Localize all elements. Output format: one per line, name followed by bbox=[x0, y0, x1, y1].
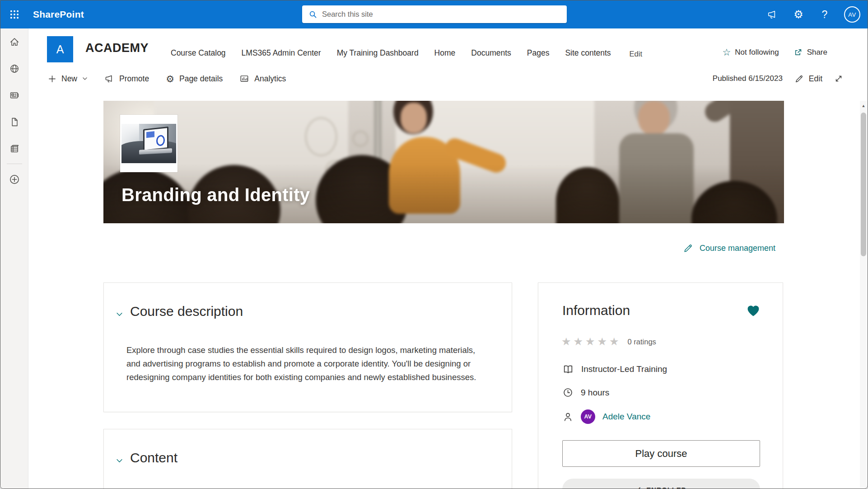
sidebar-item-home[interactable] bbox=[0, 28, 28, 55]
enrolled-button[interactable]: ✓ ENROLLED bbox=[562, 479, 760, 489]
favorite-button[interactable] bbox=[746, 303, 761, 318]
page-command-bar: New Promote ⚙ Page details bbox=[28, 65, 860, 93]
help-button[interactable]: ? bbox=[818, 8, 831, 21]
check-icon: ✓ bbox=[636, 485, 642, 489]
expand-icon bbox=[834, 74, 843, 83]
nav-item-lms365-admin-center[interactable]: LMS365 Admin Center bbox=[242, 48, 321, 58]
nav-item-pages[interactable]: Pages bbox=[527, 48, 550, 58]
suite-bar: SharePoint ⚙ ? bbox=[0, 0, 868, 28]
training-type-row: Instructor-Led Training bbox=[562, 363, 667, 375]
plus-icon bbox=[48, 75, 56, 83]
new-button[interactable]: New bbox=[48, 74, 88, 84]
clock-icon bbox=[562, 387, 574, 398]
course-thumbnail-photo bbox=[121, 124, 176, 163]
scroll-up-button[interactable]: ▲ bbox=[860, 101, 867, 111]
chevron-down-icon bbox=[82, 76, 88, 81]
share-icon bbox=[793, 47, 803, 57]
course-thumbnail bbox=[120, 115, 177, 172]
scrollbar-thumb[interactable] bbox=[861, 113, 866, 256]
follow-button[interactable]: ☆ Not following bbox=[722, 47, 779, 57]
duration-row: 9 hours bbox=[562, 387, 609, 398]
news-icon bbox=[9, 90, 20, 101]
sidebar-item-sites[interactable] bbox=[0, 55, 28, 82]
course-page-title: Branding and Identity bbox=[121, 185, 310, 205]
document-icon bbox=[9, 117, 20, 127]
rail-divider bbox=[7, 164, 22, 164]
app-launcher-button[interactable] bbox=[0, 0, 28, 28]
announcements-button[interactable] bbox=[765, 8, 779, 21]
content-card: Content bbox=[103, 429, 512, 489]
rating-stars-icon: ★★★★★ bbox=[561, 336, 621, 347]
instructor-row: AV Adele Vance bbox=[562, 409, 650, 424]
star-icon: ☆ bbox=[722, 47, 731, 57]
app-window: SharePoint ⚙ ? bbox=[0, 0, 868, 489]
play-course-button[interactable]: Play course bbox=[562, 440, 760, 467]
site-search bbox=[302, 5, 567, 23]
content-title: Content bbox=[130, 450, 177, 465]
lists-icon bbox=[9, 143, 20, 154]
suite-actions: ⚙ ? AV bbox=[765, 0, 860, 28]
page-details-button[interactable]: ⚙ Page details bbox=[166, 74, 223, 84]
add-circle-icon bbox=[9, 174, 20, 185]
new-label: New bbox=[61, 74, 77, 84]
nav-item-documents[interactable]: Documents bbox=[471, 48, 511, 58]
course-management-link[interactable]: Course management bbox=[683, 243, 775, 254]
sidebar-item-pages[interactable] bbox=[0, 108, 28, 135]
account-avatar[interactable]: AV bbox=[844, 6, 860, 23]
sidebar-item-create[interactable] bbox=[0, 166, 28, 193]
page-details-gear-icon: ⚙ bbox=[166, 74, 174, 84]
instructor-avatar-initials: AV bbox=[584, 414, 592, 420]
site-logo-letter: A bbox=[56, 43, 64, 56]
sharepoint-brand[interactable]: SharePoint bbox=[33, 0, 84, 28]
site-navigation: Course Catalog LMS365 Admin Center My Tr… bbox=[171, 48, 642, 58]
page-details-label: Page details bbox=[179, 74, 223, 84]
play-course-label: Play course bbox=[635, 448, 687, 460]
waffle-icon bbox=[9, 9, 19, 19]
edit-page-button[interactable]: Edit bbox=[794, 74, 822, 84]
search-input[interactable] bbox=[322, 10, 560, 19]
follow-label: Not following bbox=[735, 48, 779, 57]
nav-item-site-contents[interactable]: Site contents bbox=[565, 48, 611, 58]
ratings-count: 0 ratings bbox=[628, 338, 656, 346]
analytics-button[interactable]: Analytics bbox=[239, 74, 286, 84]
book-icon bbox=[562, 363, 574, 375]
nav-item-home[interactable]: Home bbox=[434, 48, 456, 58]
megaphone-icon bbox=[767, 9, 778, 20]
nav-item-course-catalog[interactable]: Course Catalog bbox=[171, 48, 226, 58]
site-title[interactable]: ACADEMY bbox=[85, 41, 149, 55]
course-management-label: Course management bbox=[700, 244, 775, 253]
site-header: A ACADEMY Course Catalog LMS365 Admin Ce… bbox=[28, 28, 860, 65]
pencil-icon bbox=[683, 243, 693, 254]
promote-button[interactable]: Promote bbox=[104, 74, 149, 84]
analytics-label: Analytics bbox=[254, 74, 286, 84]
pencil-icon bbox=[794, 74, 804, 84]
share-label: Share bbox=[807, 48, 827, 57]
instructor-avatar: AV bbox=[581, 409, 595, 424]
home-icon bbox=[9, 37, 20, 47]
course-description-card: Course description Explore through case … bbox=[103, 282, 512, 412]
nav-edit-link[interactable]: Edit bbox=[630, 50, 642, 58]
command-bar-left: New Promote ⚙ Page details bbox=[48, 65, 286, 93]
collapse-chevron-icon[interactable] bbox=[116, 457, 123, 464]
vertical-scrollbar[interactable]: ▲ bbox=[860, 101, 867, 488]
edit-page-label: Edit bbox=[809, 74, 822, 84]
nav-item-my-training-dashboard[interactable]: My Training Dashboard bbox=[337, 48, 419, 58]
course-description-title: Course description bbox=[130, 304, 243, 319]
site-logo[interactable]: A bbox=[47, 36, 73, 62]
published-status: Published 6/15/2023 bbox=[713, 74, 783, 83]
left-navigation-rail bbox=[0, 28, 28, 489]
analytics-chart-icon bbox=[239, 74, 249, 84]
collapse-chevron-icon[interactable] bbox=[116, 311, 123, 318]
sidebar-item-lists[interactable] bbox=[0, 135, 28, 162]
search-icon bbox=[308, 10, 317, 19]
gear-icon: ⚙ bbox=[793, 9, 803, 20]
expand-button[interactable] bbox=[834, 74, 843, 83]
heart-icon bbox=[746, 303, 761, 318]
settings-button[interactable]: ⚙ bbox=[792, 8, 805, 21]
hero-banner: Branding and Identity bbox=[103, 101, 784, 223]
sidebar-item-news[interactable] bbox=[0, 82, 28, 108]
information-title: Information bbox=[562, 303, 630, 318]
share-button[interactable]: Share bbox=[793, 47, 827, 57]
instructor-name-link[interactable]: Adele Vance bbox=[602, 412, 650, 422]
rating-row: ★★★★★ 0 ratings bbox=[561, 336, 656, 347]
